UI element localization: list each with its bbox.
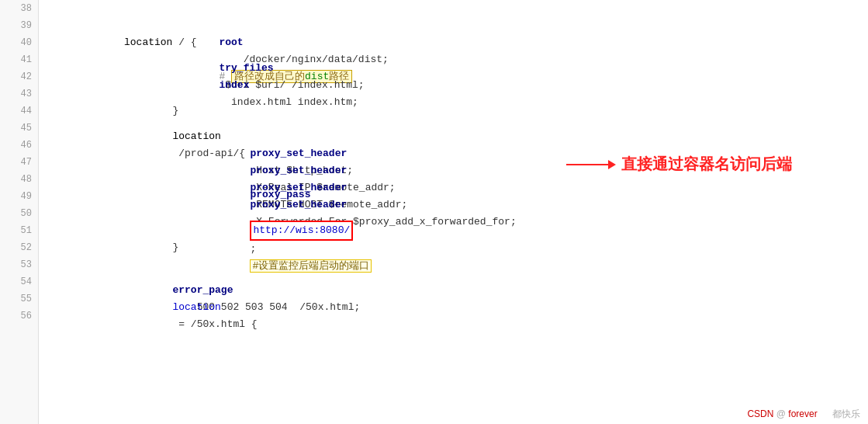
annotation-container: 直接通过容器名访问后端 [566,154,792,175]
code-container: 38 39 40 41 42 43 44 45 46 47 48 49 50 5… [0,0,868,424]
line-num-43: 43 [0,85,38,103]
line-num-49: 49 [0,188,38,205]
line-num-45: 45 [0,120,38,137]
line-42: try_files $uri $uri/ /index.html; [47,68,868,85]
line-num-52: 52 [0,239,38,256]
footer-at: @ [776,408,786,419]
arrow-container: 直接通过容器名访问后端 [566,154,792,175]
line-38 [47,0,868,17]
line-num-51: 51 [0,222,38,239]
arrow-shaft [566,164,609,165]
line-num-42: 42 [0,68,38,85]
line-56: location = /50x.html { [47,308,868,325]
line-50: proxy_set_header X-Forwarded-For $proxy_… [47,205,868,222]
line-num-41: 41 [0,51,38,68]
proxy-pass-value-box: http://wis:8080/ [250,221,353,241]
line-num-46: 46 [0,137,38,154]
line-41: root /docker/nginx/data/dist; # 路径改成自己的d… [47,51,868,68]
footer-csdn: CSDN [747,408,773,419]
line-num-54: 54 [0,273,38,290]
line-num-40: 40 [0,34,38,51]
line-num-53: 53 [0,256,38,273]
line-num-50: 50 [0,205,38,222]
footer-blog: 都快乐 [832,408,860,419]
line-num-55: 55 [0,290,38,308]
line-39 [47,17,868,34]
line-num-47: 47 [0,154,38,171]
annotation-text: 直接通过容器名访问后端 [621,154,792,175]
line-num-38: 38 [0,0,38,17]
line-numbers: 38 39 40 41 42 43 44 45 46 47 48 49 50 5… [0,0,39,424]
arrow-head [608,160,616,169]
line-num-56: 56 [0,308,38,325]
line-num-48: 48 [0,171,38,188]
footer-handle: forever [788,408,817,419]
line-46: location /prod-api/{ [47,137,868,154]
line-num-44: 44 [0,103,38,120]
line-52: } [47,239,868,256]
footer: CSDN @ forever 都快乐 [747,408,860,424]
line-num-39: 39 [0,17,38,34]
location-50x: location = /50x.html { [124,282,258,350]
code-area: location / { root /docker/nginx/data/dis… [39,0,868,424]
line-40: location / { [47,34,868,51]
